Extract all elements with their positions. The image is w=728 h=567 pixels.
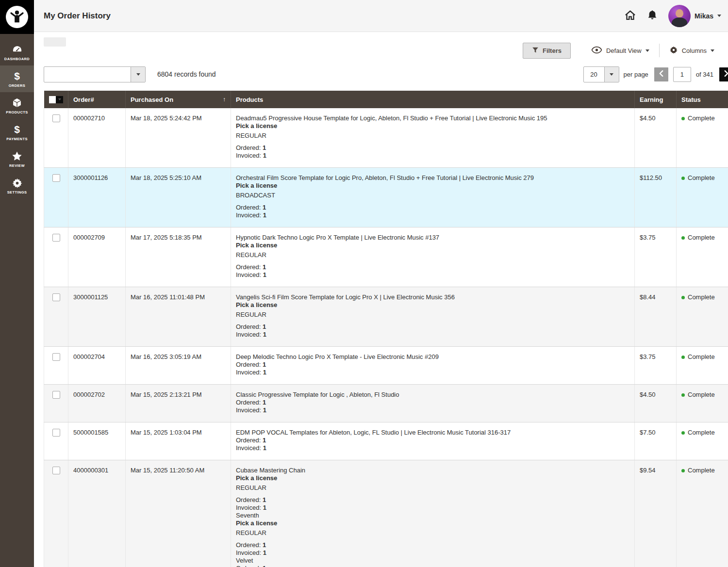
product-title: Classic Progressive Template for Logic ,… [236, 391, 629, 399]
chevron-right-icon [724, 70, 728, 78]
home-icon [624, 9, 636, 23]
sidebar-item-label: PAYMENTS [6, 137, 28, 141]
chevron-down-icon [717, 15, 721, 17]
product-entry: Vangelis Sci-fi Film Score Template for … [236, 293, 629, 339]
product-entry: EDM POP VOCAL Templates for Ableton, Log… [236, 429, 629, 452]
records-found: 6804 records found [157, 70, 216, 78]
sidebar-item-dashboard[interactable]: DASHBOARD [0, 39, 34, 65]
earning-value: $8.44 [635, 287, 677, 347]
per-page-select[interactable]: 20 [583, 66, 619, 82]
row-checkbox[interactable] [52, 391, 60, 399]
invoiced-line: Invoiced: 1 [236, 504, 629, 512]
column-header-products[interactable]: Products [231, 91, 635, 108]
status-dot-icon [681, 393, 685, 397]
top-bar: My Order History Mikas [34, 0, 728, 32]
products-cell: Hypnotic Dark Techno Logic Pro X Templat… [231, 227, 635, 287]
status-cell: Complete [677, 168, 728, 227]
table-row: 000002710Mar 18, 2025 5:24:42 PMDeadmau5… [44, 108, 728, 168]
column-header-earning[interactable]: Earning [635, 91, 677, 108]
app-logo[interactable] [0, 0, 34, 34]
sidebar-item-label: REVIEW [9, 163, 25, 168]
ordered-line: Ordered: 1 [236, 496, 629, 504]
sidebar-nav: DASHBOARD$ORDERSPRODUCTS$PAYMENTSREVIEWS… [0, 34, 34, 199]
avatar [668, 5, 691, 27]
purchase-date: Mar 16, 2025 3:05:19 AM [126, 347, 231, 385]
table-row: 4000000301Mar 15, 2025 11:20:50 AMCubase… [44, 460, 728, 567]
home-button[interactable] [624, 9, 636, 23]
row-checkbox[interactable] [52, 467, 60, 474]
next-page-button[interactable] [719, 67, 728, 81]
row-checkbox[interactable] [52, 429, 60, 437]
sidebar-item-orders[interactable]: $ORDERS [0, 65, 34, 92]
product-title: Seventh [236, 512, 629, 519]
products-cell: Classic Progressive Template for Logic ,… [231, 385, 635, 422]
page-number-input[interactable] [673, 67, 691, 82]
product-entry: VelvetOrdered: 1Invoiced: 1 [236, 557, 629, 567]
row-checkbox[interactable] [52, 234, 60, 242]
mass-action-select[interactable] [44, 66, 146, 82]
ordered-line: Ordered: 1 [236, 263, 629, 271]
earning-value: $9.54 [635, 460, 677, 567]
invoiced-line: Invoiced: 1 [236, 211, 629, 219]
sidebar-item-label: ORDERS [9, 83, 26, 88]
ordered-line: Ordered: 1 [236, 437, 629, 444]
select-all-checkbox[interactable] [49, 96, 64, 103]
sidebar-item-products[interactable]: PRODUCTS [0, 92, 34, 119]
table-header-row: Order#Purchased On↑ProductsEarningStatus [44, 91, 728, 108]
products-cell: Orchestral Film Score Template for Logic… [231, 168, 635, 227]
earning-value: $3.75 [635, 227, 677, 287]
notifications-button[interactable] [646, 9, 658, 22]
sidebar-item-label: SETTINGS [7, 190, 27, 194]
status-dot-icon [681, 356, 685, 359]
filters-button[interactable]: Filters [523, 43, 571, 59]
column-header-date[interactable]: Purchased On↑ [126, 91, 231, 108]
pick-a-license: Pick a license [236, 519, 629, 527]
license-type: REGULAR [236, 484, 629, 492]
column-header-order[interactable]: Order# [68, 91, 126, 108]
chevron-down-icon [645, 49, 649, 52]
license-type: REGULAR [236, 251, 629, 259]
purchase-date: Mar 18, 2025 5:24:42 PM [126, 108, 231, 168]
product-entry: Cubase Mastering ChainPick a licenseREGU… [236, 467, 629, 512]
row-checkbox[interactable] [52, 353, 60, 361]
select-all-header[interactable] [44, 91, 68, 108]
main-content: Filters Default View Columns [34, 32, 728, 567]
purchase-date: Mar 15, 2025 2:13:21 PM [126, 385, 231, 422]
product-entry: Classic Progressive Template for Logic ,… [236, 391, 629, 414]
row-checkbox[interactable] [52, 174, 60, 182]
invoiced-line: Invoiced: 1 [236, 331, 629, 339]
grid-toolbar: Filters Default View Columns [34, 32, 728, 59]
earning-value: $112.50 [635, 168, 677, 227]
ordered-line: Ordered: 1 [236, 204, 629, 211]
loading-placeholder [44, 37, 66, 47]
status-cell: Complete [677, 422, 728, 460]
purchase-date: Mar 18, 2025 5:25:10 AM [126, 168, 231, 227]
order-number: 5000001585 [68, 422, 126, 460]
table-row: 5000001585Mar 15, 2025 1:03:04 PMEDM POP… [44, 422, 728, 460]
products-icon [12, 97, 22, 109]
columns-control[interactable]: Columns [662, 46, 721, 56]
sidebar-item-settings[interactable]: SETTINGS [0, 172, 34, 199]
per-page-label: per page [624, 71, 648, 78]
earning-value: $7.50 [635, 422, 677, 460]
row-checkbox[interactable] [52, 293, 60, 301]
purchase-date: Mar 16, 2025 11:01:48 PM [126, 287, 231, 347]
previous-page-button[interactable] [654, 67, 668, 81]
pick-a-license: Pick a license [236, 474, 629, 482]
review-icon [11, 150, 23, 162]
pick-a-license: Pick a license [236, 242, 629, 249]
pick-a-license: Pick a license [236, 301, 629, 309]
table-body: 000002710Mar 18, 2025 5:24:42 PMDeadmau5… [44, 108, 728, 567]
sidebar: DASHBOARD$ORDERSPRODUCTS$PAYMENTSREVIEWS… [0, 0, 34, 567]
products-cell: Cubase Mastering ChainPick a licenseREGU… [231, 460, 635, 567]
column-header-status[interactable]: Status [677, 91, 728, 108]
product-title: Velvet [236, 557, 629, 565]
default-view-control[interactable]: Default View [584, 46, 656, 55]
ordered-line: Ordered: 1 [236, 144, 629, 152]
sidebar-item-payments[interactable]: $PAYMENTS [0, 119, 34, 146]
row-checkbox[interactable] [52, 114, 60, 122]
sidebar-item-review[interactable]: REVIEW [0, 146, 34, 172]
status-dot-icon [681, 431, 685, 435]
user-menu[interactable]: Mikas [668, 5, 721, 27]
ordered-line: Ordered: 1 [236, 399, 629, 406]
